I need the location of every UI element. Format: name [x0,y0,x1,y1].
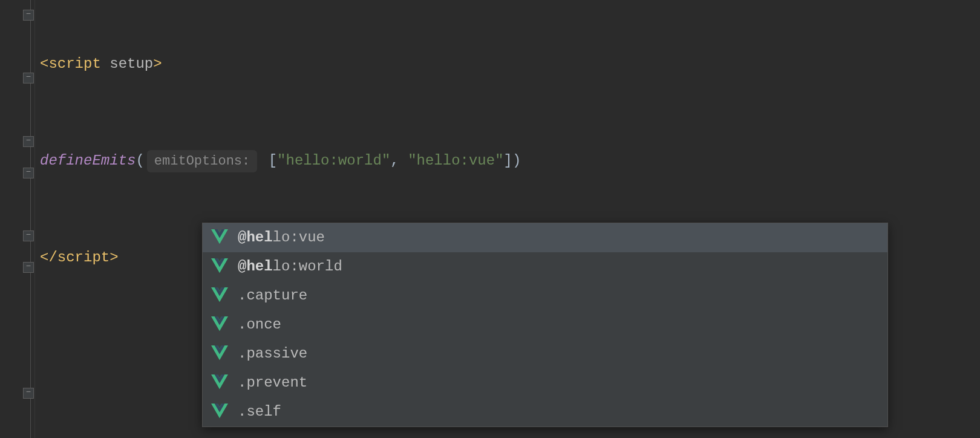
fold-toggle[interactable]: − [23,262,34,273]
fold-toggle[interactable]: − [23,168,34,178]
fold-toggle[interactable]: − [23,230,34,241]
completion-label: .self [238,401,281,423]
completion-label: .once [238,314,281,336]
completion-label: @hello:world [238,256,342,278]
fold-toggle[interactable]: − [23,136,34,147]
code-editor[interactable]: − − − − − − − <script setup> defineEmits… [0,0,980,438]
completion-label: .prevent [238,372,307,394]
code-line: defineEmits(emitOptions: ["hello:world",… [40,145,980,177]
fold-guide-line [30,0,31,438]
vue-icon [211,287,228,304]
completion-item[interactable]: .passive [203,339,887,368]
fold-gutter: − − − − − − − [0,0,35,438]
vue-icon [211,374,228,391]
fold-toggle[interactable]: − [23,73,34,83]
vue-icon [211,258,228,275]
autocomplete-popup[interactable]: @hello:vue@hello:world.capture.once.pass… [202,223,888,427]
code-line: <template> [40,436,980,438]
code-area[interactable]: <script setup> defineEmits(emitOptions: … [35,0,980,438]
completion-label: .capture [238,285,307,307]
completion-label: @hello:vue [238,227,325,249]
completion-label: .passive [238,343,307,365]
completion-item[interactable]: .capture [203,281,887,310]
completion-item[interactable]: .once [203,310,887,339]
vue-icon [211,316,228,333]
vue-icon [211,345,228,362]
fold-toggle[interactable]: − [23,10,34,21]
fold-toggle[interactable]: − [23,388,34,399]
completion-item[interactable]: .prevent [203,368,887,397]
completion-item[interactable]: .self [203,397,887,427]
vue-icon [211,229,228,246]
vue-icon [211,404,228,420]
parameter-hint: emitOptions: [147,150,257,172]
code-line: <script setup> [40,48,980,80]
completion-item[interactable]: @hello:vue [203,223,887,252]
completion-item[interactable]: @hello:world [203,252,887,281]
